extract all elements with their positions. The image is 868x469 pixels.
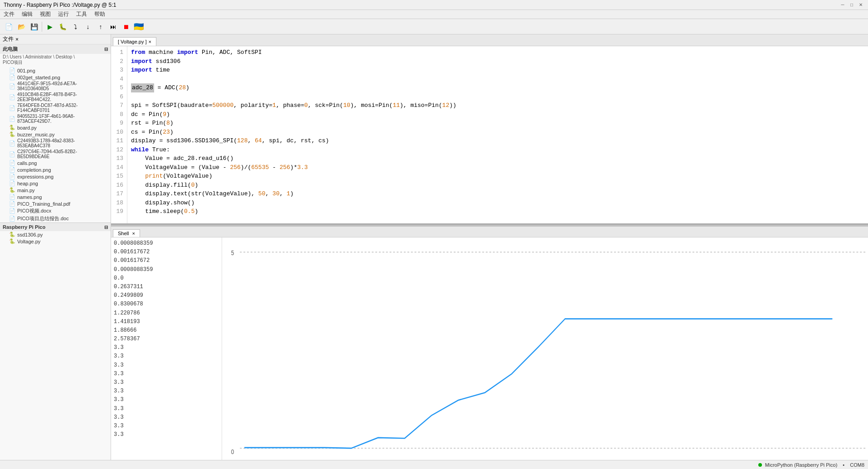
file-icon: 📄 bbox=[9, 194, 15, 200]
tree-item[interactable]: 📄C24493B3-1789-48a2-8383-853EABA4C378 bbox=[0, 138, 111, 149]
menu-view[interactable]: 视图 bbox=[38, 10, 53, 19]
status-dot bbox=[758, 463, 762, 467]
tree-item[interactable]: 📄PICO项目总结报告.doc bbox=[0, 215, 111, 222]
panel-toggle-icon: ⊟ bbox=[104, 47, 108, 52]
editor-area: [ Voltage.py ] × 12345678910111213141516… bbox=[111, 34, 868, 225]
menu-edit[interactable]: 编辑 bbox=[20, 10, 34, 19]
tree-item-buzzer[interactable]: 🐍buzzer_music.py bbox=[0, 131, 111, 138]
tree-item[interactable]: 📄84055231-1F3F-4b61-96A8-873ACEF429D7. bbox=[0, 113, 111, 124]
shell-tabs: Shell × bbox=[111, 227, 868, 237]
tree-item[interactable]: 📄calls.png bbox=[0, 160, 111, 166]
interpreter-label: MicroPython (Raspberry Pi Pico) bbox=[758, 462, 838, 468]
resume-button[interactable]: ⏭ bbox=[107, 21, 119, 33]
tab-close-icon[interactable]: × bbox=[149, 39, 151, 44]
tree-path: D:\ Users \ Administrator \ Desktop \PIC… bbox=[0, 54, 111, 67]
step-over-button[interactable]: ⤵ bbox=[69, 21, 81, 33]
file-icon: 📄 bbox=[9, 208, 15, 214]
com-port: COM8 bbox=[850, 462, 864, 468]
shell-line: 3.3 bbox=[114, 378, 219, 387]
maximize-button[interactable]: □ bbox=[848, 1, 855, 9]
menu-run[interactable]: 运行 bbox=[56, 10, 71, 19]
shell-line: 0.2499809 bbox=[114, 291, 219, 300]
stop-button[interactable]: ⏹ bbox=[120, 21, 132, 33]
editor-tabs: [ Voltage.py ] × bbox=[111, 34, 868, 46]
debug-button[interactable]: 🐛 bbox=[57, 21, 68, 33]
file-icon: 📄 bbox=[9, 216, 15, 222]
tab-label: [ Voltage.py ] bbox=[118, 39, 147, 44]
status-bar: MicroPython (Raspberry Pi Pico) • COM8 bbox=[0, 460, 868, 469]
python-icon: 🐍 bbox=[9, 232, 15, 237]
file-icon: 📄 bbox=[9, 140, 15, 146]
menu-help[interactable]: 帮助 bbox=[92, 10, 107, 19]
tree-item[interactable]: 📄7E64DFE8-DC87-487d-A532-F144CABF0701 bbox=[0, 102, 111, 113]
shell-line: 3.3 bbox=[114, 422, 219, 430]
save-button[interactable]: 💾 bbox=[28, 21, 40, 33]
shell-line: 2.578367 bbox=[114, 335, 219, 343]
tree-item[interactable]: 📄expressions.png bbox=[0, 173, 111, 180]
tree-item[interactable]: 📄completion.png bbox=[0, 166, 111, 173]
files-title: 文件 bbox=[3, 35, 14, 43]
new-button[interactable]: 📄 bbox=[3, 21, 15, 33]
tree-item[interactable]: 📄names.png bbox=[0, 193, 111, 200]
tree-item[interactable]: 📄heap.png bbox=[0, 180, 111, 187]
tree-item-board-py[interactable]: 🐍board.py bbox=[0, 124, 111, 131]
run-button[interactable]: ▶ bbox=[44, 21, 56, 33]
plot-svg: 5 0 bbox=[222, 237, 868, 460]
title-bar: Thonny - Raspberry Pi Pico :/Voltage.py … bbox=[0, 0, 868, 10]
open-button[interactable]: 📂 bbox=[15, 21, 27, 33]
tree-item[interactable]: 📄C297C64E-7D94-43d5-82B2-BE5D9BDEA6E bbox=[0, 149, 111, 160]
tree-item[interactable]: 📄001.png bbox=[0, 67, 111, 74]
editor-tab-voltage[interactable]: [ Voltage.py ] × bbox=[113, 37, 156, 46]
rpi-header[interactable]: Raspberry Pi Pico ⊟ bbox=[0, 223, 111, 231]
file-icon: 📄 bbox=[9, 167, 15, 173]
shell-line: 3.3 bbox=[114, 430, 219, 439]
file-icon: 📄 bbox=[9, 160, 15, 166]
close-button[interactable]: ✕ bbox=[857, 1, 864, 9]
shell-line: 3.3 bbox=[114, 343, 219, 352]
window-controls: ─ □ ✕ bbox=[839, 1, 864, 9]
this-computer-label: 此电脑 bbox=[3, 46, 18, 53]
shell-line: 0.8300678 bbox=[114, 300, 219, 309]
python-icon: 🐍 bbox=[9, 125, 15, 131]
code-lines[interactable]: from machine import Pin, ADC, SoftSPI im… bbox=[127, 46, 868, 223]
shell-line: 1.418193 bbox=[114, 318, 219, 326]
toolbar: 📄 📂 💾 ▶ 🐛 ⤵ ↓ ↑ ⏭ ⏹ 🇺🇦 bbox=[0, 19, 868, 34]
step-out-button[interactable]: ↑ bbox=[95, 21, 107, 33]
file-icon: 📄 bbox=[9, 94, 15, 100]
files-close[interactable]: × bbox=[15, 36, 19, 43]
shell-line: 0.2637311 bbox=[114, 283, 219, 291]
rpi-section: Raspberry Pi Pico ⊟ 🐍ssd1306.py 🐍Voltage… bbox=[0, 222, 111, 245]
tree-item[interactable]: 📄PICO_Training_final.pdf bbox=[0, 200, 111, 207]
tree-item-main-py[interactable]: 🐍main.py bbox=[0, 187, 111, 193]
menu-file[interactable]: 文件 bbox=[2, 10, 16, 19]
shell-tab-close[interactable]: × bbox=[132, 231, 135, 236]
tree-item[interactable]: 📄PICO视频.docx bbox=[0, 207, 111, 215]
shell-line: 0.0008088359 bbox=[114, 266, 219, 274]
tree-item[interactable]: 📄4641C4EF-9F15-492d-AE7A-3841D36408D5 bbox=[0, 81, 111, 92]
minimize-button[interactable]: ─ bbox=[839, 1, 846, 9]
python-icon: 🐍 bbox=[9, 238, 15, 244]
this-computer-header[interactable]: 此电脑 ⊟ bbox=[0, 44, 111, 54]
code-editor[interactable]: 12345678910111213141516171819 from machi… bbox=[111, 46, 868, 223]
shell-line: 0.001617672 bbox=[114, 256, 219, 265]
rpi-label: Raspberry Pi Pico bbox=[3, 224, 45, 230]
python-icon: 🐍 bbox=[9, 187, 15, 193]
shell-tab-label: Shell bbox=[118, 231, 129, 236]
file-icon: 📄 bbox=[9, 201, 15, 207]
shell-line: 3.3 bbox=[114, 387, 219, 396]
file-icon: 📄 bbox=[9, 68, 15, 73]
tree-item-ssd1306[interactable]: 🐍ssd1306.py bbox=[0, 231, 111, 238]
svg-rect-0 bbox=[222, 237, 868, 460]
shell-tab[interactable]: Shell × bbox=[113, 229, 140, 237]
shell-output[interactable]: 0.0008088359 0.001617672 0.001617672 0.0… bbox=[111, 237, 222, 460]
tree-item-voltage-py[interactable]: 🐍Voltage.py bbox=[0, 238, 111, 245]
step-into-button[interactable]: ↓ bbox=[82, 21, 94, 33]
menu-tools[interactable]: 工具 bbox=[74, 10, 89, 19]
tree-item[interactable]: 📄4910CB48-E2BF-4878-B4F3-2EE3FB44C422. bbox=[0, 92, 111, 102]
plot-area: 5 0 bbox=[222, 237, 868, 460]
tree-item[interactable]: 📄002get_started.png bbox=[0, 74, 111, 81]
file-icon: 📄 bbox=[9, 74, 15, 80]
shell-line: 3.3 bbox=[114, 370, 219, 378]
shell-area: Shell × 0.0008088359 0.001617672 0.00161… bbox=[111, 227, 868, 460]
main-area: 文件 × 此电脑 ⊟ D:\ Users \ Administrator \ D… bbox=[0, 34, 868, 460]
